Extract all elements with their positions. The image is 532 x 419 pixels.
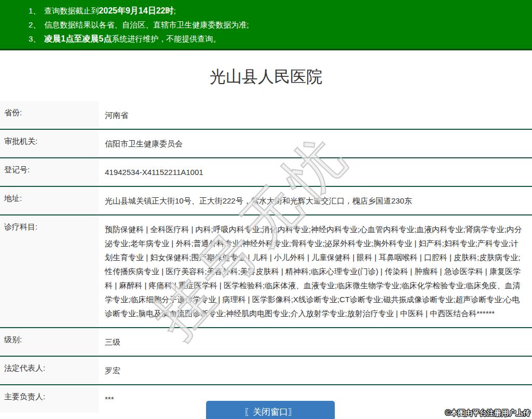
notice-text: 查询数据截止到: [44, 6, 99, 15]
notice-text: 信息数据结果以各省、自治区、直辖市卫生健康委数据为准;: [44, 20, 249, 29]
table-row-level: 级别: 三级: [0, 328, 532, 357]
row-value: 预防保健科 | 全科医疗科 | 内科;呼吸内科专业;消化内科专业;神经内科专业;…: [99, 215, 532, 327]
row-value: 41942534-X41152211A1001: [99, 158, 532, 186]
table-row-approval-authority: 审批机关: 信阳市卫生健康委员会: [0, 130, 532, 158]
notice-text: 系统进行维护，不能提供查询。: [112, 34, 221, 43]
notice-line-1: 1、查询数据截止到2025年9月14日22时;: [29, 4, 532, 18]
notice-banner: 1、查询数据截止到2025年9月14日22时; 2、信息数据结果以各省、自治区、…: [0, 0, 532, 50]
table-row-registration-number: 登记号: 41942534-X41152211A1001: [0, 158, 532, 187]
table-row-address: 地址: 光山县城关镇正大街10号、正大街222号，紫水大街和光辉大道交汇口，槐店…: [0, 187, 532, 215]
row-label: 省份:: [0, 101, 99, 129]
notice-line-3: 3、凌晨1点至凌晨5点系统进行维护，不能提供查询。: [29, 32, 532, 46]
row-label: 诊疗科目:: [0, 215, 99, 327]
row-label: 审批机关:: [0, 130, 99, 157]
notice-bold-text: 凌晨1点至凌晨5点: [44, 34, 112, 43]
row-label: 主要负责人:: [0, 385, 99, 413]
notice-number: 2、: [29, 20, 40, 29]
table-row-legal-representative: 法定代表人: 罗宏: [0, 357, 532, 385]
notice-text: ;: [173, 6, 175, 15]
copyright-overlay: ©本图由平台注册用户上传: [445, 409, 530, 418]
row-label: 登记号:: [0, 158, 99, 186]
row-value: 三级: [99, 328, 532, 356]
notice-bold-text: 2025年9月14日22时: [99, 6, 173, 15]
row-value: 光山县城关镇正大街10号、正大街222号，紫水大街和光辉大道交汇口，槐店乡国道2…: [99, 187, 532, 214]
hospital-info-table: 省份: 河南省 审批机关: 信阳市卫生健康委员会 登记号: 41942534-X…: [0, 101, 532, 413]
page-title: 光山县人民医院: [0, 66, 532, 88]
table-row-province: 省份: 河南省: [0, 101, 532, 130]
query-result-page: 1、查询数据截止到2025年9月14日22时; 2、信息数据结果以各省、自治区、…: [0, 0, 532, 419]
notice-number: 3、: [29, 34, 40, 43]
row-label: 法定代表人:: [0, 357, 99, 384]
row-label: 地址:: [0, 187, 99, 214]
notice-number: 1、: [29, 6, 40, 15]
row-value: 罗宏: [99, 357, 532, 384]
notice-line-2: 2、信息数据结果以各省、自治区、直辖市卫生健康委数据为准;: [29, 18, 532, 32]
close-window-button[interactable]: 〖关闭窗口〗: [206, 401, 335, 419]
table-row-medical-subjects: 诊疗科目: 预防保健科 | 全科医疗科 | 内科;呼吸内科专业;消化内科专业;神…: [0, 215, 532, 328]
row-value: 信阳市卫生健康委员会: [99, 130, 532, 157]
row-value: 河南省: [99, 101, 532, 129]
row-label: 级别:: [0, 328, 99, 356]
